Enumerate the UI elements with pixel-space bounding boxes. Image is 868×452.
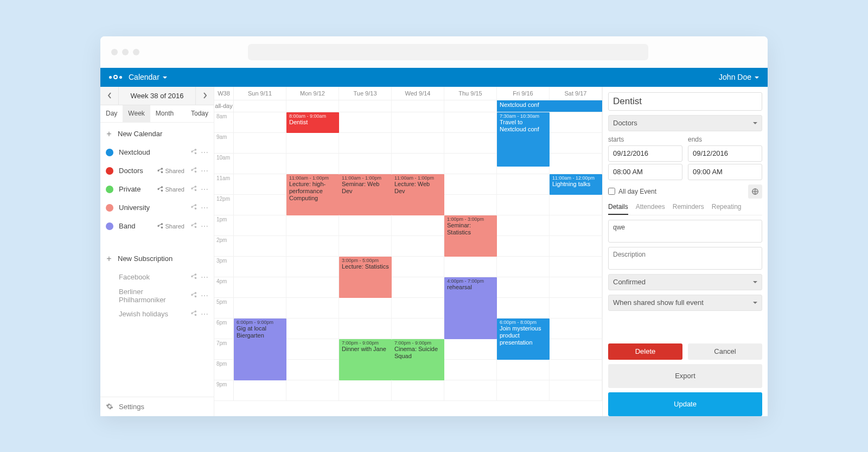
- share-icon[interactable]: [190, 167, 197, 175]
- more-icon[interactable]: [201, 203, 208, 212]
- share-icon[interactable]: [190, 310, 197, 319]
- view-month-button[interactable]: Month: [150, 105, 179, 122]
- subscription-item[interactable]: Facebook: [100, 268, 214, 287]
- calendar-event[interactable]: 7:00pm - 9:00pmDinner with Jane: [339, 339, 392, 380]
- subscription-item[interactable]: Jewish holidays: [100, 305, 214, 323]
- allday-event[interactable]: Nextcloud conf: [497, 100, 602, 112]
- ends-label: ends: [688, 136, 762, 143]
- app-picker[interactable]: Calendar: [129, 73, 167, 81]
- event-title: Seminar: Web Dev: [342, 181, 389, 195]
- calendar-event[interactable]: 3:00pm - 5:00pmLecture: Statistics: [339, 257, 392, 298]
- date-nav: Week 38 of 2016: [100, 87, 214, 105]
- event-time: 7:00pm - 9:00pm: [342, 340, 389, 346]
- url-bar[interactable]: [248, 44, 648, 60]
- export-button[interactable]: Export: [608, 364, 762, 388]
- more-icon[interactable]: [201, 222, 208, 231]
- end-time-input[interactable]: [688, 164, 762, 180]
- more-icon[interactable]: [201, 291, 208, 300]
- calendar-event[interactable]: 6:00pm - 8:00pmJoin mysterious product p…: [497, 319, 550, 360]
- tab-details[interactable]: Details: [608, 203, 628, 215]
- event-title: Lecture: high-performance Computing: [289, 181, 336, 202]
- more-icon[interactable]: [201, 167, 208, 175]
- new-subscription-button[interactable]: + New Subscription: [100, 250, 214, 268]
- prev-week-button[interactable]: [100, 87, 119, 105]
- share-icon[interactable]: [190, 273, 197, 282]
- share-icon[interactable]: [190, 222, 197, 231]
- allday-checkbox[interactable]: [608, 188, 615, 195]
- calendar-item[interactable]: Band Shared: [100, 217, 214, 235]
- subscription-item[interactable]: Berliner Philharmoniker: [100, 287, 214, 305]
- more-icon[interactable]: [201, 148, 208, 157]
- more-icon[interactable]: [201, 273, 208, 282]
- calendar-event[interactable]: 11:00am - 1:00pmLecture: high-performanc…: [286, 174, 339, 215]
- app-header: Calendar John Doe: [100, 68, 768, 87]
- share-icon[interactable]: [190, 203, 197, 212]
- event-title-input[interactable]: [608, 92, 762, 111]
- event-calendar-select[interactable]: Doctors: [608, 115, 762, 131]
- share-icon[interactable]: [190, 291, 197, 300]
- globe-icon: [751, 188, 759, 195]
- calendar-item[interactable]: Nextcloud: [100, 143, 214, 162]
- view-day-button[interactable]: Day: [100, 105, 123, 122]
- status-select[interactable]: Confirmed: [608, 274, 762, 290]
- plus-icon: +: [106, 129, 112, 139]
- allday-cell[interactable]: [234, 100, 286, 112]
- event-time: 11:00am - 1:00pm: [394, 175, 442, 181]
- event-title: Dinner with Jane: [342, 346, 389, 353]
- calendar-event[interactable]: 8:00am - 9:00amDentist: [286, 112, 339, 133]
- settings-button[interactable]: Settings: [100, 397, 214, 416]
- start-time-input[interactable]: [608, 164, 682, 180]
- calendar-color-dot: [106, 186, 113, 193]
- allday-cell[interactable]: [392, 100, 444, 112]
- cancel-button[interactable]: Cancel: [688, 343, 762, 360]
- share-icon[interactable]: [190, 148, 197, 157]
- calendar-event[interactable]: 4:00pm - 7:00pmrehearsal: [444, 277, 497, 339]
- more-icon[interactable]: [201, 310, 208, 319]
- tab-attendees[interactable]: Attendees: [636, 203, 665, 215]
- delete-button[interactable]: Delete: [608, 343, 682, 360]
- calendar-event[interactable]: 7:00pm - 9:00pmCinema: Suicide Squad: [392, 339, 444, 380]
- event-title: Join mysterious product presentation: [500, 325, 547, 347]
- calendar-label: Private: [119, 185, 151, 193]
- calendar-event[interactable]: 11:00am - 12:00pmLightning talks: [550, 174, 602, 195]
- share-icon[interactable]: [190, 185, 197, 194]
- timezone-button[interactable]: [748, 184, 762, 199]
- allday-cell[interactable]: [339, 100, 392, 112]
- location-input[interactable]: qwe: [608, 220, 762, 243]
- calendar-item[interactable]: University: [100, 199, 214, 217]
- subscription-label: Facebook: [119, 273, 184, 281]
- calendar-label: Band: [119, 222, 151, 230]
- calendar-event[interactable]: 1:00pm - 3:00pmSeminar: Statistics: [444, 215, 497, 257]
- calendar-grid[interactable]: 8am9am10am11am12pm1pm2pm3pm4pm5pm6pm7pm8…: [214, 112, 602, 416]
- shared-badge: Shared: [156, 222, 184, 230]
- visibility-select[interactable]: When shared show full event: [608, 295, 762, 311]
- description-input[interactable]: [608, 247, 762, 270]
- end-date-input[interactable]: [688, 145, 762, 162]
- chevron-right-icon: [203, 92, 207, 99]
- calendar-event[interactable]: 6:00pm - 9:00pmGig at local Biergarten: [234, 319, 286, 380]
- day-header: Thu 9/15: [444, 87, 497, 100]
- next-week-button[interactable]: [195, 87, 214, 105]
- update-button[interactable]: Update: [608, 392, 762, 416]
- user-menu[interactable]: John Doe: [719, 73, 759, 81]
- tab-reminders[interactable]: Reminders: [673, 203, 704, 215]
- more-icon[interactable]: [201, 185, 208, 194]
- calendar-color-dot: [106, 204, 113, 212]
- calendar-item[interactable]: Doctors Shared: [100, 162, 214, 180]
- new-calendar-button[interactable]: + New Calendar: [100, 125, 214, 143]
- calendar-event[interactable]: 7:30am - 10:30amTravel to Nextcloud conf: [497, 112, 550, 167]
- event-time: 11:00am - 1:00pm: [289, 175, 336, 181]
- calendar-item[interactable]: Private Shared: [100, 180, 214, 199]
- calendar-event[interactable]: 11:00am - 1:00pmLecture: Web Dev: [392, 174, 444, 215]
- date-nav-title[interactable]: Week 38 of 2016: [119, 92, 195, 100]
- allday-cell[interactable]: [444, 100, 497, 112]
- tab-repeating[interactable]: Repeating: [712, 203, 742, 215]
- day-header: Wed 9/14: [392, 87, 444, 100]
- allday-cell[interactable]: [286, 100, 339, 112]
- calendar-event[interactable]: 11:00am - 1:00pmSeminar: Web Dev: [339, 174, 392, 215]
- start-date-input[interactable]: [608, 145, 682, 162]
- day-header: Fri 9/16: [497, 87, 550, 100]
- view-week-button[interactable]: Week: [123, 105, 150, 122]
- hour-label: 4pm: [214, 277, 234, 297]
- today-button[interactable]: Today: [186, 105, 214, 122]
